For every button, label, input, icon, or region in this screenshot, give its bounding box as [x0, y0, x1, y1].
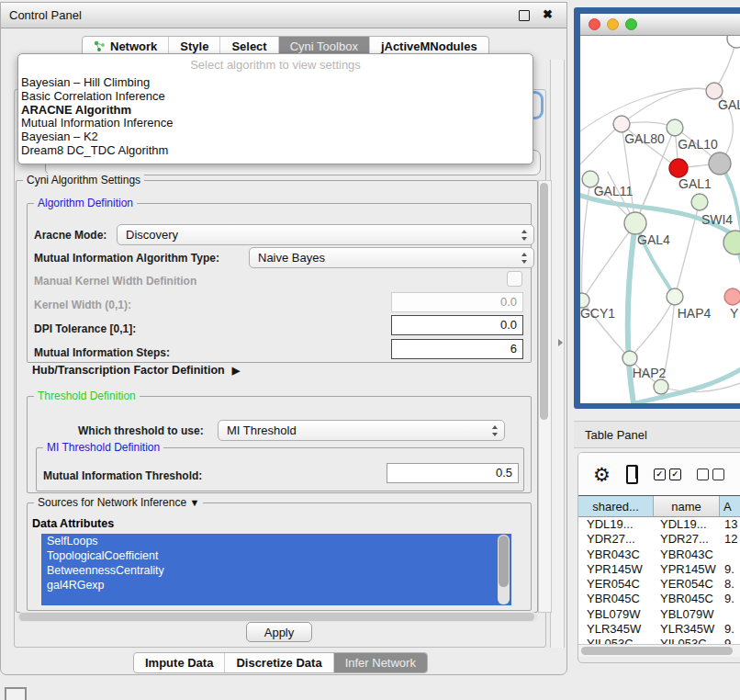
tab-infer-network[interactable]: Infer Network: [334, 653, 427, 672]
attributes-scrollbar[interactable]: [498, 535, 510, 604]
scrollbar-thumb[interactable]: [581, 647, 733, 655]
table-cell: 8.: [720, 577, 740, 592]
data-attribute-item[interactable]: TopologicalCoefficient: [41, 548, 511, 563]
table-toolbar: ⚙ ✓ ✓: [578, 453, 740, 495]
panel-divider-handle-icon[interactable]: [558, 339, 563, 346]
algorithm-option[interactable]: Mutual Information Inference: [18, 117, 533, 130]
settings-horizontal-scrollbar[interactable]: [17, 612, 537, 622]
network-canvas[interactable]: GALGAL80GAL10GAL1GAL11SWI4GAL4GCY1HAP4YH…: [580, 36, 740, 403]
algorithm-option-list: Bayesian – Hill ClimbingBasic Correlatio…: [18, 76, 533, 158]
algorithm-option[interactable]: Basic Correlation Inference: [18, 90, 533, 104]
algorithm-option[interactable]: Bayesian – Hill Climbing: [18, 76, 533, 90]
which-threshold-select[interactable]: MI Threshold: [218, 420, 505, 441]
minimized-panel-icon[interactable]: [5, 687, 27, 700]
float-window-icon[interactable]: [519, 10, 530, 21]
table-cell: YIL053C: [654, 637, 720, 644]
panel-title: Control Panel: [1, 8, 82, 22]
node-label: GAL80: [624, 131, 665, 146]
node-label: Y: [730, 306, 739, 321]
data-attribute-item[interactable]: gal4RGexp: [41, 578, 511, 593]
table-row[interactable]: YDR27...YDR27...12: [578, 532, 740, 547]
aracne-mode-select[interactable]: Discovery: [117, 224, 534, 245]
network-node[interactable]: [624, 212, 646, 234]
node-label: GAL10: [678, 137, 718, 152]
network-graph: GALGAL80GAL10GAL1GAL11SWI4GAL4GCY1HAP4YH…: [580, 36, 740, 403]
network-node[interactable]: [654, 379, 668, 394]
minimize-traffic-light-icon[interactable]: [607, 18, 619, 30]
algorithm-option[interactable]: Bayesian – K2: [18, 130, 533, 144]
manual-kernel-checkbox[interactable]: [507, 271, 522, 287]
data-attribute-item[interactable]: BetweennessCentrality: [41, 563, 511, 578]
data-attribute-item[interactable]: SelfLoops: [41, 534, 511, 548]
table-row[interactable]: YER054CYER054C8.: [578, 577, 740, 592]
table-row[interactable]: YLR345WYLR345W9.: [578, 622, 740, 637]
table-cell: [720, 607, 740, 622]
network-node[interactable]: [723, 231, 740, 254]
node-label: GCY1: [580, 306, 615, 321]
table-cell: 13: [720, 517, 740, 532]
table-row[interactable]: YIL053CYIL053C9: [578, 637, 740, 644]
algorithm-option[interactable]: Dream8 DC_TDC Algorithm: [18, 144, 533, 158]
deselect-all-button[interactable]: [697, 469, 724, 480]
table-cell: YPR145W: [654, 562, 720, 577]
control-panel-window: Control Panel ✖ Network Style Select: [0, 2, 567, 675]
network-node[interactable]: [727, 36, 740, 48]
mi-algorithm-type-select[interactable]: Naive Bayes: [249, 247, 534, 268]
panel-scroll-gutter[interactable]: [550, 60, 565, 648]
network-node[interactable]: [724, 288, 740, 305]
checked-checkbox-icon: ✓: [669, 469, 681, 480]
group-title: Sources for Network Inference ▼: [34, 496, 203, 509]
desktop: Control Panel ✖ Network Style Select: [0, 0, 740, 700]
network-node[interactable]: [622, 351, 637, 366]
table-cell: 9.: [720, 622, 740, 637]
apply-button[interactable]: Apply: [246, 622, 312, 642]
split-panel-icon[interactable]: [626, 465, 638, 484]
table-row[interactable]: YBL079WYBL079W: [578, 607, 740, 622]
network-node[interactable]: [691, 194, 708, 210]
table-row[interactable]: YBR045CYBR045C9.: [578, 592, 740, 606]
tab-label: Select: [231, 40, 266, 53]
network-view-window: GALGAL80GAL10GAL1GAL11SWI4GAL4GCY1HAP4YH…: [574, 7, 740, 409]
control-panel-titlebar: Control Panel ✖: [1, 3, 566, 28]
expand-down-icon[interactable]: ▼: [189, 497, 199, 508]
scrollbar-thumb[interactable]: [499, 536, 509, 587]
network-node[interactable]: [667, 119, 683, 136]
data-attributes-list[interactable]: SelfLoopsTopologicalCoefficientBetweenne…: [41, 534, 511, 605]
mi-threshold-input[interactable]: 0.5: [387, 463, 519, 483]
tab-impute-data[interactable]: Impute Data: [134, 653, 225, 672]
hub-tf-definition-toggle[interactable]: Hub/Transcription Factor Definition ▶: [32, 364, 240, 377]
data-attributes-label: Data Attributes: [32, 517, 114, 530]
mi-steps-input[interactable]: 6: [391, 339, 523, 359]
table-horizontal-scrollbar[interactable]: [578, 644, 740, 657]
close-icon[interactable]: ✖: [543, 7, 553, 21]
gear-icon[interactable]: ⚙: [593, 465, 611, 484]
select-all-button[interactable]: ✓ ✓: [654, 469, 681, 480]
table-row[interactable]: YDL19...YDL19...13: [578, 517, 740, 532]
tab-discretize-data[interactable]: Discretize Data: [225, 653, 333, 672]
table-row[interactable]: YBR043CYBR043C: [578, 548, 740, 562]
column-header-shared-name[interactable]: shared...: [578, 496, 654, 516]
network-node[interactable]: [667, 288, 683, 305]
group-title: Cyni Algorithm Settings: [23, 174, 144, 186]
table-cell: YER054C: [578, 577, 654, 592]
close-traffic-light-icon[interactable]: [589, 18, 600, 30]
group-title: Algorithm Definition: [34, 197, 137, 209]
column-header-name[interactable]: name: [654, 496, 720, 516]
expand-right-icon: ▶: [232, 365, 240, 377]
network-node[interactable]: [709, 152, 731, 175]
kernel-width-input[interactable]: 0.0: [391, 292, 523, 312]
network-node[interactable]: [669, 159, 688, 177]
dpi-tolerance-input[interactable]: 0.0: [391, 315, 523, 335]
table-panel: ⚙ ✓ ✓ shared... name A YDL19...YDL19...1…: [577, 452, 740, 663]
zoom-traffic-light-icon[interactable]: [625, 18, 637, 30]
scrollbar-thumb[interactable]: [540, 183, 548, 420]
network-node[interactable]: [613, 116, 630, 132]
settings-vertical-scrollbar[interactable]: [538, 180, 552, 613]
algorithm-option[interactable]: ARACNE Algorithm: [18, 104, 533, 118]
mi-threshold-label: Mutual Information Threshold:: [43, 469, 202, 482]
table-cell: YDR27...: [578, 532, 654, 547]
scrollbar-thumb[interactable]: [19, 613, 534, 621]
network-icon: [94, 40, 106, 52]
table-row[interactable]: YPR145WYPR145W9.: [578, 562, 740, 577]
column-header-partial[interactable]: A: [720, 496, 740, 516]
